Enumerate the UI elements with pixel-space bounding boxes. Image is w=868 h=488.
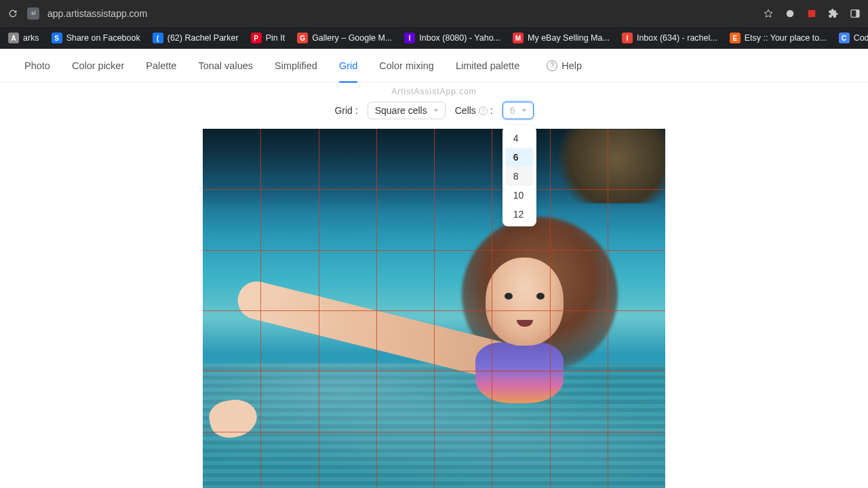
grid-type-value: Square cells (375, 105, 427, 116)
chevron-down-icon (521, 105, 528, 116)
image-region (536, 293, 545, 300)
bookmark-favicon: P (251, 33, 262, 43)
extensions-puzzle-icon[interactable] (827, 7, 840, 20)
cells-option[interactable]: 12 (505, 205, 534, 224)
image-region (486, 258, 564, 346)
bookmark-label: Inbox (634) - rachel... (637, 33, 717, 43)
image-region (517, 320, 533, 327)
info-icon[interactable]: ? (479, 106, 488, 115)
bookmark-label: Pin It (266, 33, 285, 43)
bookmark-item[interactable]: SShare on Facebook (47, 30, 144, 45)
tab-color-mixing[interactable]: Color mixing (368, 49, 445, 83)
bookmark-label: Etsy :: Your place to... (745, 33, 827, 43)
image-region (203, 363, 665, 488)
bookmark-label: (62) Rachel Parker (167, 33, 239, 43)
cells-colon: : (490, 105, 493, 116)
cells-option[interactable]: 10 (505, 186, 534, 205)
grid-type-select[interactable]: Square cells (368, 102, 446, 119)
bookmark-item[interactable]: MMy eBay Selling Ma... (509, 30, 614, 45)
cells-count-select[interactable]: 6 (502, 102, 534, 119)
chevron-down-icon (433, 105, 439, 116)
image-region (475, 342, 564, 403)
cells-option[interactable]: 8 (505, 167, 534, 186)
bookmark-label: Inbox (8080) - Yaho... (419, 33, 500, 43)
side-panel-icon[interactable] (849, 7, 861, 20)
bookmark-star-icon[interactable] (762, 7, 774, 20)
tab-limited-palette[interactable]: Limited palette (445, 49, 530, 83)
tab-simplified[interactable]: Simplified (264, 49, 328, 83)
cells-label: Cells (455, 105, 476, 116)
photo-canvas[interactable] (203, 129, 665, 488)
site-info-icon[interactable] (27, 7, 39, 20)
grid-label: Grid : (334, 105, 357, 116)
bookmark-favicon: G (297, 33, 308, 43)
bookmark-label: arks (23, 33, 39, 43)
bookmark-item[interactable]: IInbox (634) - rachel... (618, 30, 722, 45)
browser-address-bar: app.artistassistapp.com (0, 0, 868, 27)
cells-count-value: 6 (510, 105, 515, 116)
bookmark-label: My eBay Selling Ma... (528, 33, 610, 43)
bookmark-item[interactable]: GGallery – Google M... (293, 30, 396, 45)
svg-rect-3 (856, 10, 859, 18)
bookmark-label: Codes 2015 - Googl... (854, 33, 868, 43)
app-tab-bar: PhotoColor pickerPaletteTonal valuesSimp… (0, 49, 868, 83)
svg-point-0 (787, 10, 794, 18)
bookmark-item[interactable]: ((62) Rachel Parker (149, 30, 243, 45)
bookmark-favicon: M (513, 33, 524, 43)
grid-controls: Grid : Square cells Cells ? : 6 4681012 (0, 102, 868, 119)
extension-icon-2[interactable] (806, 7, 818, 20)
bookmark-favicon: ( (153, 33, 163, 43)
image-region (505, 293, 513, 300)
tab-help[interactable]: ? Help (536, 49, 593, 83)
help-label: Help (561, 60, 582, 71)
image-region (543, 129, 665, 203)
cells-option[interactable]: 4 (505, 129, 534, 148)
reload-icon[interactable] (7, 7, 19, 20)
help-icon: ? (547, 60, 557, 71)
svg-rect-1 (808, 10, 816, 18)
bookmark-favicon: E (730, 33, 741, 43)
bookmarks-bar: AarksSShare on Facebook((62) Rachel Park… (0, 27, 868, 49)
bookmark-item[interactable]: IInbox (8080) - Yaho... (400, 30, 505, 45)
bookmark-item[interactable]: EEtsy :: Your place to... (726, 30, 831, 45)
tab-palette[interactable]: Palette (135, 49, 187, 83)
canvas-area (0, 129, 868, 488)
bookmark-item[interactable]: CCodes 2015 - Googl... (835, 30, 868, 45)
cells-dropdown: 4681012 (502, 126, 536, 226)
tab-grid[interactable]: Grid (328, 49, 368, 83)
tab-photo[interactable]: Photo (14, 49, 61, 83)
bookmark-label: Share on Facebook (66, 33, 140, 43)
watermark-text: ArtistAssistApp.com (0, 87, 868, 96)
bookmark-favicon: I (404, 33, 415, 43)
tab-color-picker[interactable]: Color picker (61, 49, 135, 83)
bookmark-item[interactable]: Aarks (4, 30, 43, 45)
bookmark-favicon: S (52, 33, 62, 43)
tab-tonal-values[interactable]: Tonal values (187, 49, 264, 83)
bookmark-item[interactable]: PPin It (247, 30, 290, 45)
url-text[interactable]: app.artistassistapp.com (47, 8, 754, 19)
bookmark-favicon: I (622, 33, 633, 43)
bookmark-favicon: C (839, 33, 850, 43)
cells-option[interactable]: 6 (505, 148, 534, 167)
extension-icon-1[interactable] (784, 7, 796, 20)
bookmark-favicon: A (8, 33, 19, 43)
bookmark-label: Gallery – Google M... (312, 33, 392, 43)
